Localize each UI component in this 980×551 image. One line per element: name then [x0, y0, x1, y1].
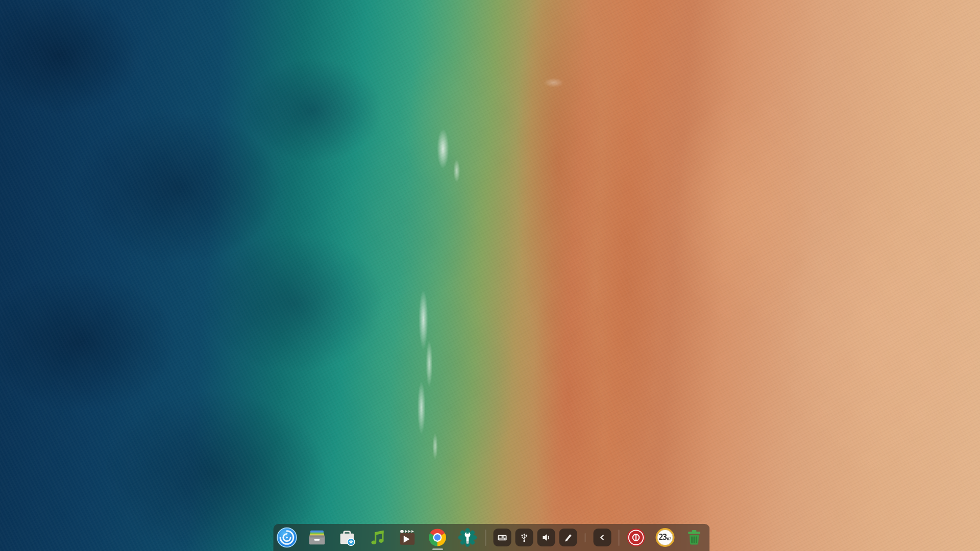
power-icon: [627, 528, 646, 547]
deepin-launcher-icon: [277, 527, 298, 548]
clock-minute: 02: [667, 537, 672, 541]
speaker-icon: [541, 532, 552, 543]
dock-app-music[interactable]: [367, 527, 388, 548]
keyboard-icon: [497, 532, 508, 543]
tray-volume[interactable]: [537, 529, 555, 546]
dock-app-chrome[interactable]: [427, 527, 448, 548]
trash-button[interactable]: [685, 528, 704, 547]
active-app-indicator: [432, 548, 443, 550]
control-center-icon: [457, 527, 478, 548]
wallpaper-grain: [0, 0, 980, 551]
clock-widget[interactable]: 23 02: [656, 528, 675, 547]
dock-tray-area: [494, 529, 611, 546]
wallpaper: [0, 0, 980, 551]
tray-pen-tablet[interactable]: [559, 529, 577, 546]
music-icon: [367, 527, 388, 548]
dock-app-file-manager[interactable]: [307, 527, 328, 548]
app-store-icon: [337, 527, 358, 548]
dock-app-control-center[interactable]: [457, 527, 478, 548]
pen-icon: [563, 532, 574, 543]
dock-app-movie[interactable]: [397, 527, 418, 548]
tray-usb-device[interactable]: [516, 529, 533, 546]
shutdown-button[interactable]: [627, 528, 646, 547]
trash-icon: [685, 528, 704, 547]
dock-separator: [485, 530, 486, 546]
file-manager-icon: [307, 527, 328, 548]
clock-icon: 23 02: [656, 528, 675, 547]
chevron-left-icon: [597, 532, 608, 543]
tray-virtual-keyboard[interactable]: [494, 529, 511, 546]
desktop: 23 02: [0, 0, 980, 551]
tray-separator: [585, 533, 586, 542]
dock-app-launcher[interactable]: [277, 527, 298, 548]
tray-collapse[interactable]: [594, 529, 611, 546]
dock-plugin-area: 23 02: [627, 528, 704, 547]
usb-icon: [519, 532, 530, 543]
dock-app-area: [277, 527, 478, 548]
dock-separator-2: [619, 530, 620, 546]
dock-app-store[interactable]: [337, 527, 358, 548]
dock: 23 02: [274, 524, 710, 551]
clock-hour: 23: [658, 534, 666, 541]
chrome-icon: [427, 527, 448, 548]
movie-icon: [397, 527, 418, 548]
